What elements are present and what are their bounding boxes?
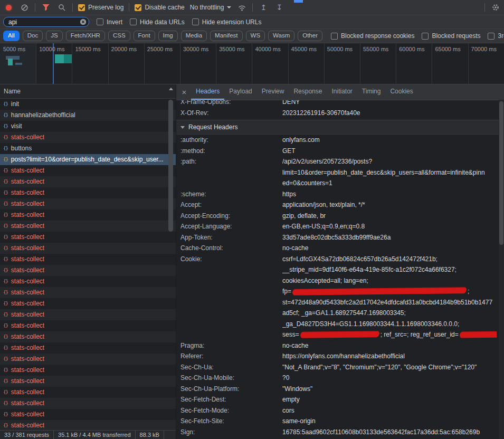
redaction-mark (460, 331, 497, 337)
name-column-header[interactable]: Name (0, 84, 176, 99)
request-row[interactable]: {}stats-collect (0, 298, 176, 309)
details-scrollbar[interactable] (499, 100, 504, 439)
header-row: App-Token:33d57ade8c02dbc5a333db99ff9ae2… (176, 232, 504, 243)
request-list: {}init{}hannahelizabethofficial{}visit{}… (0, 99, 176, 430)
clear-button[interactable] (19, 2, 30, 13)
request-label: stats-collect (11, 221, 44, 232)
header-value-line: GET (282, 146, 497, 157)
header-row: X-Frame-Options:DENY (176, 100, 504, 108)
settings-button[interactable] (490, 2, 501, 13)
request-row[interactable]: {}stats-collect (0, 320, 176, 331)
tab-headers[interactable]: Headers (191, 84, 224, 100)
request-row[interactable]: {}stats-collect (0, 365, 176, 376)
throttling-select[interactable]: No throttling (190, 4, 232, 11)
filter-chip-font[interactable]: Font (134, 31, 155, 41)
filter-chip-img[interactable]: Img (158, 31, 178, 41)
header-name: :method: (180, 146, 282, 157)
request-row[interactable]: {}stats-collect (0, 409, 176, 420)
request-row[interactable]: {}stats-collect (0, 187, 176, 198)
request-row[interactable]: {}stats-collect (0, 132, 176, 143)
request-row[interactable]: {}stats-collect (0, 254, 176, 265)
scroll-up-icon[interactable] (169, 88, 173, 90)
request-headers-section-header[interactable]: Request Headers (176, 120, 504, 135)
preserve-log-checkbox[interactable]: Preserve log (78, 4, 123, 11)
filter-chip-ws[interactable]: WS (246, 31, 265, 41)
request-row[interactable]: {}stats-collect (0, 331, 176, 342)
filter-chip-media[interactable]: Media (181, 31, 207, 41)
invert-checkbox[interactable]: Invert (97, 18, 122, 26)
request-row[interactable]: {}stats-collect (0, 165, 176, 176)
script-icon: {} (3, 276, 8, 287)
request-row[interactable]: {}stats-collect (0, 398, 176, 409)
network-conditions-button[interactable] (236, 2, 247, 13)
tab-preview[interactable]: Preview (257, 84, 289, 100)
request-row[interactable]: {}visit (0, 121, 176, 132)
request-row[interactable]: {}stats-collect (0, 276, 176, 287)
waterfall-bar (15, 63, 22, 65)
filter-chip-manifest[interactable]: Manifest (210, 31, 242, 41)
tab-initiator[interactable]: Initiator (327, 84, 357, 100)
disable-cache-checkbox[interactable]: Disable cache (135, 4, 184, 11)
scrollbar-thumb[interactable] (168, 100, 173, 232)
request-row[interactable]: {}posts?limit=10&order=publish_date_desc… (0, 154, 176, 165)
filter-chip-all[interactable]: All (3, 31, 20, 41)
filter-chip-doc[interactable]: Doc (23, 31, 43, 41)
script-icon: {} (3, 243, 8, 254)
requests-scrollbar[interactable] (168, 86, 174, 427)
tab-response[interactable]: Response (289, 84, 327, 100)
request-row[interactable]: {}hannahelizabethofficial (0, 110, 176, 121)
scrollbar-thumb[interactable] (499, 101, 503, 245)
filter-chip-other[interactable]: Other (298, 31, 322, 41)
clear-filter-button[interactable] (80, 18, 87, 27)
request-row[interactable]: {}buttons (0, 143, 176, 154)
request-row[interactable]: {}stats-collect (0, 354, 176, 365)
tab-cookies[interactable]: Cookies (385, 84, 417, 100)
toggle-blocked-response-cookies[interactable]: Blocked response cookies (331, 32, 414, 40)
record-button[interactable] (3, 2, 14, 13)
header-row: Pragma:no-cache (176, 340, 504, 351)
filter-chip-css[interactable]: CSS (108, 31, 130, 41)
request-row[interactable]: {}stats-collect (0, 232, 176, 243)
export-har-button[interactable]: ↧ (274, 2, 284, 13)
search-button[interactable] (56, 2, 67, 13)
request-row[interactable]: {}stats-collect (0, 176, 176, 187)
toggle-3rd-party-requests[interactable]: 3rd-party requests (488, 32, 504, 40)
request-row[interactable]: {}stats-collect (0, 221, 176, 232)
header-value-text: 202312261916-30670fa40e (282, 109, 360, 117)
header-value-line: csrf=LdfcGX4Sa72db06824c657db26a5d142472… (282, 254, 497, 265)
request-row[interactable]: {}stats-collect (0, 376, 176, 387)
checkbox-unchecked-icon (331, 33, 338, 40)
header-row: Cookie:csrf=LdfcGX4Sa72db06824c657db26a5… (176, 254, 504, 340)
request-row[interactable]: {}stats-collect (0, 387, 176, 398)
filter-input[interactable] (3, 17, 89, 27)
request-row[interactable]: {}stats-collect (0, 209, 176, 221)
tab-payload[interactable]: Payload (224, 84, 256, 100)
request-label: stats-collect (11, 243, 44, 254)
toggle-blocked-requests[interactable]: Blocked requests (422, 32, 480, 40)
header-value-text: /api2/v2/users/20572336/posts? (282, 158, 372, 165)
tab-timing[interactable]: Timing (357, 84, 386, 100)
request-row[interactable]: {}stats-collect (0, 243, 176, 254)
filter-chip-js[interactable]: JS (46, 31, 62, 41)
request-row[interactable]: {}init (0, 99, 176, 110)
disclosure-triangle-icon (180, 126, 185, 129)
request-row[interactable]: {}stats-collect (0, 309, 176, 320)
import-har-button[interactable]: ↥ (258, 2, 269, 13)
upload-icon: ↥ (261, 4, 267, 11)
request-label: stats-collect (11, 420, 44, 430)
hide-extension-urls-checkbox[interactable]: Hide extension URLs (192, 18, 262, 26)
request-row[interactable]: {}stats-collect (0, 342, 176, 354)
request-row[interactable]: {}stats-collect (0, 198, 176, 209)
filter-toggle-button[interactable] (41, 2, 51, 13)
request-row[interactable]: {}stats-collect (0, 420, 176, 430)
disable-cache-label: Disable cache (145, 4, 184, 11)
filter-chip-wasm[interactable]: Wasm (268, 31, 294, 41)
timeline-overview[interactable]: 5000 ms10000 ms15000 ms20000 ms25000 ms3… (0, 43, 504, 84)
header-name: Accept: (180, 199, 282, 211)
filter-chip-fetch-xhr[interactable]: Fetch/XHR (66, 31, 105, 41)
header-value-line: limit=10&order=publish_date_desc&skip_us… (282, 167, 497, 178)
hide-data-urls-checkbox[interactable]: Hide data URLs (130, 18, 185, 26)
request-row[interactable]: {}stats-collect (0, 287, 176, 298)
request-row[interactable]: {}stats-collect (0, 265, 176, 276)
close-details-button[interactable]: × (177, 84, 191, 100)
